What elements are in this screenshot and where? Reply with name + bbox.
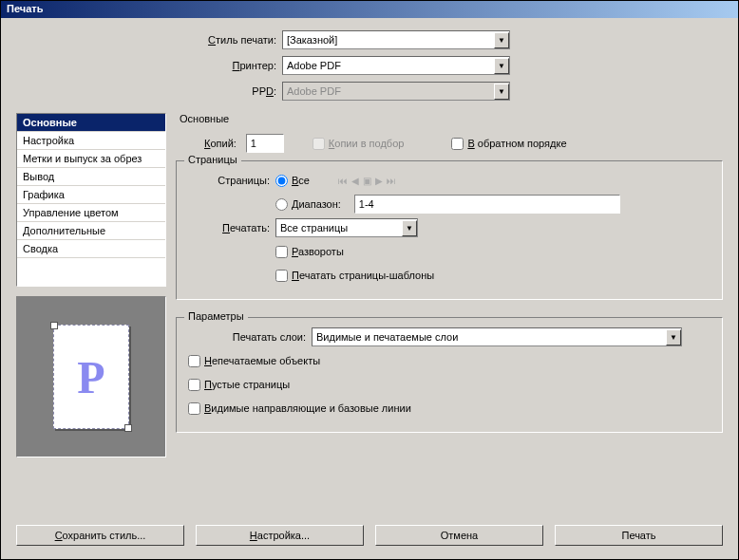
copies-label: Копий: [204,138,237,149]
printer-select[interactable]: Adobe PDF ▼ [282,56,510,75]
copies-input[interactable]: 1 [246,134,284,153]
pages-range-label: Диапазон: [292,198,341,210]
ppd-select: Adobe PDF ▼ [282,82,510,101]
prev-page-icon[interactable]: ◀ [351,176,359,186]
pages-range-radio[interactable]: Диапазон: [275,198,341,211]
chevron-down-icon[interactable]: ▼ [402,220,417,236]
range-input[interactable]: 1-4 [354,195,620,214]
blank-checkbox[interactable]: Пустые страницы [188,379,290,391]
blank-label: Пустые страницы [204,379,290,390]
guides-check[interactable] [188,402,200,415]
collate-checkbox: Копии в подбор [313,138,405,150]
sidebar-item-advanced[interactable]: Дополнительные [17,222,165,240]
chevron-down-icon: ▼ [494,84,509,100]
reverse-checkbox[interactable]: В обратном порядке [451,138,566,150]
setup-button[interactable]: Настройка... [196,525,364,546]
masters-label: Печатать страницы-шаблоны [292,270,434,281]
masters-checkbox[interactable]: Печатать страницы-шаблоны [275,270,434,282]
save-style-button[interactable]: Сохранить стиль... [16,525,184,546]
printer-value: Adobe PDF [283,60,494,71]
collate-check [313,138,325,150]
cancel-button[interactable]: Отмена [375,525,543,546]
sidebar-item-setup[interactable]: Настройка [17,132,165,150]
pages-label: Страницы: [188,175,275,186]
last-page-icon[interactable]: ⏭ [387,176,396,186]
section-title: Основные [176,113,723,124]
ppd-value: Adobe PDF [283,85,494,97]
titlebar: Печать [1,1,738,18]
nonprinting-check[interactable] [188,355,200,367]
main-area: Основные Настройка Метки и выпуск за обр… [16,113,723,457]
reverse-check[interactable] [451,138,464,150]
collate-label: Копии в подбор [329,138,405,149]
print-label: Печатать: [188,222,275,233]
pages-legend: Страницы [184,154,241,165]
spreads-checkbox[interactable]: Развороты [275,246,344,258]
radio-all[interactable] [275,175,288,187]
page-preview: P [16,296,166,457]
button-row: Сохранить стиль... Настройка... Отмена П… [16,525,723,546]
reverse-label: В обратном порядке [467,138,566,149]
nonprinting-label: Непечатаемые объекты [204,355,320,366]
preview-page: P [53,325,129,429]
chevron-down-icon[interactable]: ▼ [666,329,681,345]
style-value: [Заказной] [283,34,494,46]
sidebar-item-general[interactable]: Основные [17,114,165,132]
print-pages-select[interactable]: Все страницы ▼ [275,218,418,237]
print-button[interactable]: Печать [555,525,723,546]
layers-label: Печатать слои: [188,331,312,343]
sidebar-item-marks[interactable]: Метки и выпуск за обрез [17,150,165,168]
layers-select[interactable]: Видимые и печатаемые слои ▼ [312,327,682,346]
guides-checkbox[interactable]: Видимые направляющие и базовые линии [188,402,411,415]
masters-check[interactable] [275,270,288,282]
sidebar-item-summary[interactable]: Сводка [17,240,165,258]
ppd-label: PPD: [178,85,282,97]
guides-label: Видимые направляющие и базовые линии [204,402,411,414]
chevron-down-icon[interactable]: ▼ [494,32,509,48]
first-page-icon[interactable]: ⏮ [338,176,348,186]
sidebar-item-graphics[interactable]: Графика [17,186,165,204]
dialog-content: Стиль печати: [Заказной] ▼ Принтер: Adob… [1,18,738,465]
sidebar-item-output[interactable]: Вывод [17,168,165,186]
spreads-check[interactable] [275,246,288,258]
preview-glyph: P [77,351,104,403]
layers-value: Видимые и печатаемые слои [313,331,666,343]
printer-label: Принтер: [178,60,282,71]
chevron-down-icon[interactable]: ▼ [494,58,509,74]
top-form: Стиль печати: [Заказной] ▼ Принтер: Adob… [178,29,723,102]
right-pane: Основные Копий: 1 Копии в подбор В обрат… [176,113,723,457]
page-icon: ▣ [363,176,371,186]
sidebar: Основные Настройка Метки и выпуск за обр… [16,113,166,457]
params-fieldset: Параметры Печатать слои: Видимые и печат… [176,317,723,433]
sidebar-item-color[interactable]: Управление цветом [17,204,165,222]
params-legend: Параметры [184,310,248,322]
print-dialog: Печать Стиль печати: [Заказной] ▼ Принте… [0,0,739,560]
style-label: Стиль печати: [178,34,282,46]
print-pages-value: Все страницы [276,222,402,233]
pages-all-label: Все [292,175,310,186]
radio-range[interactable] [275,198,288,211]
spreads-label: Развороты [292,246,344,257]
pages-fieldset: Страницы Страницы: Все ⏮ ◀ ▣ ▶ ⏭ [176,160,723,300]
sidebar-list: Основные Настройка Метки и выпуск за обр… [16,113,166,287]
nonprinting-checkbox[interactable]: Непечатаемые объекты [188,355,320,367]
pages-all-radio[interactable]: Все [275,175,310,187]
blank-check[interactable] [188,379,200,391]
style-select[interactable]: [Заказной] ▼ [282,30,510,49]
page-nav: ⏮ ◀ ▣ ▶ ⏭ [338,176,396,186]
next-page-icon[interactable]: ▶ [375,176,383,186]
window-title: Печать [7,3,43,14]
